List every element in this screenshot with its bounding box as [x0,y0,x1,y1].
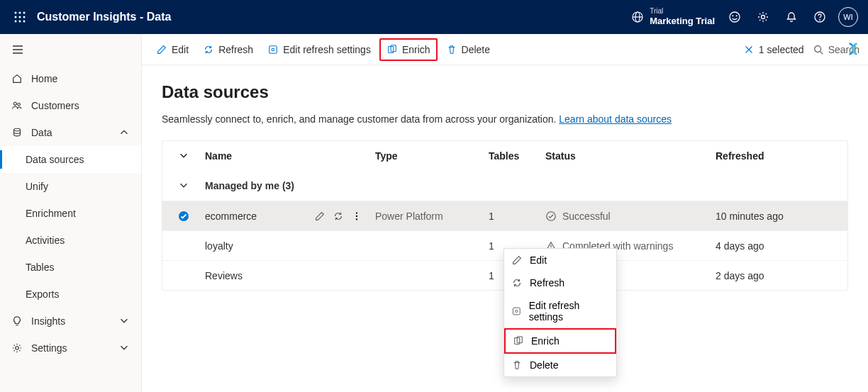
hamburger-icon[interactable] [0,34,141,65]
sidebar-item-tables[interactable]: Tables [0,254,141,281]
sidebar: Home Customers Data Data sources Unify E… [0,34,142,392]
sidebar-item-data-sources[interactable]: Data sources [0,146,141,173]
refresh-button[interactable]: Refresh [197,40,259,60]
col-name[interactable]: Name [205,150,375,162]
menu-delete[interactable]: Delete [504,354,616,376]
chevron-down-icon [162,180,205,191]
sidebar-item-settings[interactable]: Settings [0,335,141,362]
sidebar-item-label: Unify [26,181,48,192]
sidebar-item-label: Data [31,127,52,138]
page-title: Data sources [162,82,848,102]
row-tables: 1 [489,211,545,222]
main: Edit Refresh Edit refresh settings Enric… [142,34,868,392]
row-more-icon[interactable] [351,211,362,222]
row-name: loyalty [205,240,233,252]
sidebar-item-insights[interactable]: Insights [0,308,141,335]
bell-icon[interactable] [777,0,806,34]
sidebar-item-label: Tables [26,262,54,273]
sidebar-item-enrichment[interactable]: Enrichment [0,200,141,227]
app-header: Customer Insights - Data Trial Marketing… [0,0,868,34]
page-description: Seamlessly connect to, enrich, and manag… [162,113,848,125]
chevron-down-icon [118,315,130,327]
enrich-button[interactable]: Enrich [379,38,438,61]
chevron-down-icon [118,342,130,354]
toolbar: Edit Refresh Edit refresh settings Enric… [142,34,868,65]
row-name: ecommerce [205,211,257,222]
edit-button[interactable]: Edit [150,40,194,60]
menu-enrich[interactable]: Enrich [504,328,616,354]
help-icon[interactable] [806,0,834,34]
col-tables[interactable]: Tables [489,150,545,162]
sidebar-item-label: Exports [26,289,59,300]
row-status: Successful [562,211,611,222]
app-title: Customer Insights - Data [37,11,171,23]
sidebar-item-customers[interactable]: Customers [0,92,141,119]
col-refreshed[interactable]: Refreshed [716,150,815,162]
check-circle-icon [545,211,557,222]
sidebar-item-data[interactable]: Data [0,119,141,146]
group-label: Managed by me (3) [205,180,375,191]
gear-icon[interactable] [749,0,777,34]
context-menu: Edit Refresh Edit refresh settings Enric… [503,248,617,377]
sidebar-item-label: Activities [26,235,65,246]
chevron-up-icon [118,127,130,138]
avatar[interactable]: WI [834,0,862,34]
menu-edit[interactable]: Edit [504,249,616,271]
clear-selection-button[interactable]: 1 selected [743,44,804,55]
row-refresh-icon[interactable] [333,211,344,222]
row-type: Power Platform [375,211,489,222]
menu-refresh[interactable]: Refresh [504,271,616,294]
copilot-icon[interactable] [845,41,861,57]
row-name: Reviews [205,270,243,281]
learn-link[interactable]: Learn about data sources [559,113,672,125]
expand-all-icon[interactable] [162,150,205,162]
sidebar-item-label: Enrichment [26,208,76,219]
sidebar-item-unify[interactable]: Unify [0,173,141,200]
row-edit-icon[interactable] [314,211,326,222]
menu-edit-refresh-settings[interactable]: Edit refresh settings [504,294,616,328]
col-status[interactable]: Status [545,150,716,162]
sidebar-item-label: Home [31,73,57,84]
sidebar-item-label: Insights [31,315,65,327]
sidebar-item-label: Customers [31,100,79,111]
edit-refresh-settings-button[interactable]: Edit refresh settings [262,40,377,60]
table-row[interactable]: ecommerce Power Platform 1 Successful 10… [162,201,847,230]
row-refreshed: 4 days ago [716,240,815,252]
col-type[interactable]: Type [375,150,489,162]
row-checked-icon[interactable] [162,210,205,223]
sidebar-item-label: Settings [31,342,67,354]
env-label: Trial [650,7,715,16]
table-header: Name Type Tables Status Refreshed [162,141,847,171]
row-refreshed: 2 days ago [716,270,815,281]
sidebar-item-home[interactable]: Home [0,65,141,92]
env-name: Marketing Trial [650,16,715,27]
sidebar-item-label: Data sources [26,154,84,165]
delete-button[interactable]: Delete [440,40,496,60]
group-row[interactable]: Managed by me (3) [162,171,847,201]
feedback-icon[interactable] [720,0,749,34]
waffle-icon[interactable] [6,0,34,34]
row-refreshed: 10 minutes ago [716,211,815,222]
sidebar-item-activities[interactable]: Activities [0,227,141,254]
environment-picker[interactable]: Trial Marketing Trial [631,7,715,27]
sidebar-item-exports[interactable]: Exports [0,281,141,308]
